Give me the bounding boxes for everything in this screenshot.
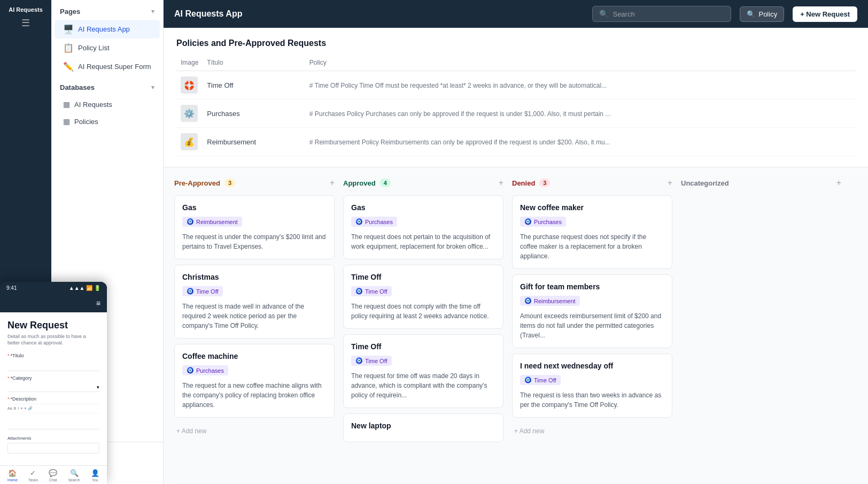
phone-signals: ▲▲▲ 📶 🔋 [69,285,100,291]
sidebar-item-ai-requests-db[interactable]: ▦ AI Requests [55,96,160,113]
phone-nav-home[interactable]: 🏠 Home [7,469,18,482]
kanban-column-uncategorized: Uncategorized+ [681,178,841,442]
text-icon[interactable]: Aa [7,406,12,411]
hamburger-icon[interactable]: ☰ [21,17,30,29]
column-add-button[interactable]: + [836,178,841,188]
kanban-column-pre-approved: Pre-Approved3+ Gas 🧿 Reimbursement The r… [174,178,335,442]
column-count: 3 [539,179,550,187]
policy-title-cell: Reimbursement [203,128,305,156]
tag-emoji: 🧿 [524,377,532,383]
phone-nav-search[interactable]: 🔍 Search [68,469,80,482]
kanban-card[interactable]: Time Off 🧿 Time Off The request for time… [343,334,503,408]
phone-nav-tasks[interactable]: ✓ Tasks [28,469,38,482]
card-tag: 🧿 Time Off [520,375,561,385]
phone-description-label: *Description [7,396,99,402]
card-title: Time Off [351,273,495,281]
policies-title: Policies and Pre-Approved Requests [176,39,855,48]
search-nav-icon: 🔍 [70,469,79,477]
chevron-down-icon[interactable]: ▾ [151,8,154,15]
kanban-card[interactable]: New coffee maker 🧿 Purchases The purchas… [512,195,672,269]
tasks-icon: ✓ [30,469,36,477]
policy-button[interactable]: 🔍 Policy [740,6,784,22]
search-icon: 🔍 [599,10,608,18]
add-new-button[interactable]: + Add new [174,423,335,439]
card-title: Time Off [351,342,495,351]
policy-text-cell: # Time Off Policy Time Off must be reque… [305,71,855,99]
chevron-down-icon-db[interactable]: ▾ [151,84,154,91]
pages-label: Pages [60,7,80,16]
policy-image: 💰 [181,133,198,150]
sidebar-item-label: AI Requests [74,101,112,109]
policy-image: 🛟 [181,76,198,94]
phone-status-bar: 9:41 ▲▲▲ 📶 🔋 [0,282,107,294]
column-label: Pre-Approved [174,179,220,187]
policy-image: ⚙️ [181,105,198,122]
card-tag: 🧿 Purchases [351,217,397,227]
phone-title: New Request [7,320,99,331]
search-bar[interactable]: 🔍 [592,6,731,22]
card-tag: 🧿 Purchases [182,365,228,375]
sidebar-item-label: AI Requests App [78,25,130,33]
column-add-button[interactable]: + [330,178,335,188]
col-image: Image [176,57,203,71]
phone-category-label: *Category [7,375,99,381]
kanban-card[interactable]: Christmas 🧿 Time Off The request is made… [174,265,335,339]
link-icon[interactable]: 🔗 [28,406,33,411]
new-request-button[interactable]: + New Request [793,6,857,22]
phone-header: ≡ [0,294,107,312]
tag-emoji: 🧿 [187,218,194,225]
kanban-card[interactable]: Gift for team members 🧿 Reimbursement Am… [512,274,672,348]
list-icon[interactable]: ≡ [24,406,26,411]
phone-nav-you[interactable]: 👤 You [91,469,99,482]
phone-subtitle: Detail as much as possible to have a bet… [7,333,99,347]
tag-emoji: 🧿 [355,357,363,364]
column-add-button[interactable]: + [668,178,672,188]
card-tag: 🧿 Reimbursement [520,296,580,306]
kanban-card[interactable]: I need next wednesday off 🧿 Time Off The… [512,354,672,418]
kanban-card[interactable]: Coffee machine 🧿 Purchases The request f… [174,344,335,418]
card-desc: The request for time off was made 20 day… [351,371,495,400]
card-tag: 🧿 Purchases [520,217,566,227]
kanban-card[interactable]: Time Off 🧿 Time Off The request does not… [343,265,503,329]
tag-label: Purchases [196,367,224,374]
add-new-button[interactable]: + Add new [512,423,672,439]
phone-attachment-label: Attachments [7,436,99,441]
card-title: New laptop [351,421,495,430]
tag-emoji: 🧿 [187,367,194,374]
column-header: Uncategorized+ [681,178,841,188]
kanban-card-preview[interactable]: New laptop [343,413,503,442]
phone-menu-icon[interactable]: ≡ [96,299,100,308]
phone-attachment-box[interactable] [7,443,99,454]
italic-icon[interactable]: I [18,406,19,411]
phone-titulo-input[interactable] [7,362,99,371]
card-title: New coffee maker [520,203,664,212]
tag-emoji: 🧿 [355,218,363,225]
phone-description-input[interactable] [7,417,99,429]
kanban-card[interactable]: Gas 🧿 Reimbursement The request is under… [174,195,335,259]
new-request-label: + New Request [800,10,850,18]
column-header: Approved4+ [343,178,503,188]
sidebar-item-policy-list[interactable]: 📋 Policy List [55,39,160,57]
column-add-button[interactable]: + [499,178,503,188]
sidebar-item-label: Policy List [78,44,110,52]
format-icon[interactable]: ≡ [20,406,22,411]
phone-nav-chat[interactable]: 💬 Chat [49,469,57,482]
card-desc: The request for a new coffee machine ali… [182,381,327,410]
you-icon: 👤 [91,469,99,477]
phone-time: 9:41 [6,285,17,291]
kanban-card[interactable]: Gas 🧿 Purchases The request does not per… [343,195,503,259]
sidebar-item-super-form[interactable]: ✏️ AI Request Super Form [55,57,160,76]
search-input[interactable] [613,10,724,18]
card-tag: 🧿 Reimbursement [182,217,242,227]
sidebar-item-policies-db[interactable]: ▦ Policies [55,113,160,130]
content-area: Policies and Pre-Approved Requests Image… [164,28,868,484]
sidebar-item-ai-requests-app[interactable]: 🖥️ AI Requests App [55,20,160,39]
tag-label: Time Off [365,288,387,295]
bold-icon[interactable]: B [14,406,17,411]
card-tag: 🧿 Time Off [351,356,392,366]
home-icon: 🏠 [8,469,17,477]
column-header: Denied3+ [512,178,672,188]
card-title: Coffee machine [182,352,327,360]
phone-category-select[interactable]: ▾ [7,383,99,392]
card-title: Gas [351,203,495,212]
